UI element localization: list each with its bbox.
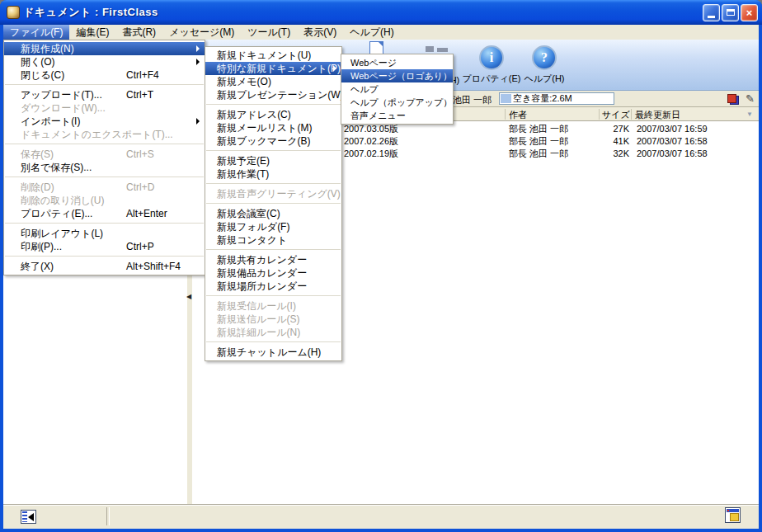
menu-item-import[interactable]: インポート(I) xyxy=(4,115,205,128)
menu-item-new-resource-calendar[interactable]: 新規備品カレンダー xyxy=(205,266,341,280)
menu-separator xyxy=(206,183,341,184)
title-bar: ドキュメント : FirstClass × xyxy=(0,0,762,25)
menu-item-new-task[interactable]: 新規作業(T) xyxy=(205,167,341,181)
menu-item-delete: 削除(D)Ctrl+D xyxy=(4,181,205,194)
column-divider[interactable] xyxy=(505,109,506,120)
menu-item-voice-menu[interactable]: 音声メニュー xyxy=(341,109,453,122)
doc-size: 27K xyxy=(586,123,629,135)
column-divider[interactable] xyxy=(631,109,632,120)
free-space-label: 空き容量:2.6M xyxy=(513,93,572,104)
doc-name: 2007.02.26版 xyxy=(344,135,398,148)
menu-item-new-bookmark[interactable]: 新規ブックマーク(B) xyxy=(205,134,341,148)
menu-separator xyxy=(5,256,204,257)
menu-file[interactable]: ファイル(F) xyxy=(3,25,69,40)
menu-separator xyxy=(5,177,204,177)
menu-item-new-shared-calendar[interactable]: 新規共有カレンダー xyxy=(205,253,341,266)
app-window: ドキュメント : FirstClass × ファイル(F) 編集(E) 書式(R… xyxy=(0,0,762,532)
menu-item-new-voice-greeting: 新規音声グリーティング(V) xyxy=(205,187,341,200)
doc-size: 32K xyxy=(586,148,629,160)
close-button[interactable]: × xyxy=(741,4,758,21)
menu-item-help-doc[interactable]: ヘルプ xyxy=(341,82,453,96)
collapse-pane-icon[interactable]: ◀ xyxy=(186,294,191,300)
doc-name: 2007.03.05版 xyxy=(344,123,398,135)
help-button[interactable]: ? ヘルプ(H) xyxy=(515,45,574,85)
menu-tools[interactable]: ツール(T) xyxy=(241,25,297,40)
layout-toggle-icon[interactable] xyxy=(725,507,741,523)
special-document-submenu: Webページ Webページ（ロゴあり） ヘルプ ヘルプ（ポップアップ） 音声メニ… xyxy=(341,54,454,125)
menu-item-new-detail-rule: 新規詳細ルール(N) xyxy=(205,326,341,339)
menu-item-new-presentation[interactable]: 新規プレゼンテーション(W) xyxy=(205,88,341,101)
doc-author: 部長 池田 一郎 xyxy=(509,148,568,160)
column-divider[interactable] xyxy=(599,109,600,120)
menu-item-properties[interactable]: プロパティ(E)...Alt+Enter xyxy=(4,207,205,220)
menu-edit[interactable]: 編集(E) xyxy=(69,25,115,40)
status-bar xyxy=(3,504,759,529)
app-icon xyxy=(7,6,20,19)
menu-item-new-mail-list[interactable]: 新規メールリスト(M) xyxy=(205,121,341,134)
submenu-arrow-icon xyxy=(196,118,200,125)
new-submenu: 新規ドキュメント(U) 特別な新規ドキュメント(P) 新規メモ(O) 新規プレゼ… xyxy=(205,46,342,361)
menu-item-new-folder[interactable]: 新規フォルダ(F) xyxy=(205,220,341,233)
menu-separator xyxy=(206,249,341,250)
menu-separator xyxy=(5,144,204,144)
menu-item-new-chat-room[interactable]: 新規チャットルーム(H) xyxy=(205,346,341,359)
menu-item-close[interactable]: 閉じる(C)Ctrl+F4 xyxy=(4,68,205,82)
sort-arrow-icon[interactable]: ▼ xyxy=(746,111,753,118)
menu-item-new-receive-rule: 新規受信ルール(I) xyxy=(205,299,341,313)
free-space-field: 空き容量:2.6M xyxy=(499,92,614,105)
doc-modified: 2007/03/07 16:58 xyxy=(637,135,708,148)
menu-item-new-contact[interactable]: 新規コンタクト xyxy=(205,233,341,247)
menu-item-undelete: 削除の取り消し(U) xyxy=(4,194,205,207)
menu-item-print-layout[interactable]: 印刷レイアウト(L) xyxy=(4,227,205,240)
menu-item-help-popup[interactable]: ヘルプ（ポップアップ） xyxy=(341,96,453,109)
info-icon: i xyxy=(479,45,504,70)
menu-item-new[interactable]: 新規作成(N) xyxy=(4,42,205,55)
menu-format[interactable]: 書式(R) xyxy=(115,25,162,40)
menu-item-new-document[interactable]: 新規ドキュメント(U) xyxy=(205,49,341,62)
menu-item-web-page-with-logo[interactable]: Webページ（ロゴあり） xyxy=(341,69,453,82)
menu-separator xyxy=(206,150,341,151)
menu-separator xyxy=(206,104,341,105)
doc-author: 部長 池田 一郎 xyxy=(509,135,568,148)
menu-separator xyxy=(5,84,204,85)
menu-item-special-new-document[interactable]: 特別な新規ドキュメント(P) xyxy=(205,62,341,75)
maximize-button[interactable] xyxy=(722,4,739,21)
menu-item-print[interactable]: 印刷(P)...Ctrl+P xyxy=(4,240,205,253)
menu-bar: ファイル(F) 編集(E) 書式(R) メッセージ(M) ツール(T) 表示(V… xyxy=(3,25,759,40)
doc-modified: 2007/03/07 16:58 xyxy=(637,148,708,160)
menu-item-new-address[interactable]: 新規アドレス(C) xyxy=(205,108,341,121)
menu-item-new-memo[interactable]: 新規メモ(O) xyxy=(205,75,341,88)
file-menu: 新規作成(N) 開く(O) 閉じる(C)Ctrl+F4 アップロード(T)...… xyxy=(3,40,205,275)
free-space-chip xyxy=(501,94,511,103)
layers-icon[interactable] xyxy=(727,94,739,105)
window-title: ドキュメント : FirstClass xyxy=(23,5,158,20)
doc-author: 部長 池田 一郎 xyxy=(509,123,568,135)
menu-item-open[interactable]: 開く(O) xyxy=(4,55,205,68)
question-icon: ? xyxy=(532,45,557,70)
menu-item-save: 保存(S)Ctrl+S xyxy=(4,148,205,161)
menu-help[interactable]: ヘルプ(H) xyxy=(343,25,401,40)
submenu-arrow-icon xyxy=(333,65,336,72)
column-header-modified[interactable]: 最終更新日 xyxy=(635,109,680,121)
menu-item-exit[interactable]: 終了(X)Alt+Shift+F4 xyxy=(4,260,205,273)
doc-name: 2007.02.19版 xyxy=(344,148,398,160)
column-header-author[interactable]: 作者 xyxy=(509,109,527,121)
help-label: ヘルプ(H) xyxy=(515,73,574,85)
window-controls: × xyxy=(701,4,758,21)
doc-modified: 2007/03/07 16:59 xyxy=(637,123,708,135)
menu-item-new-conference[interactable]: 新規会議室(C) xyxy=(205,207,341,220)
menu-item-new-location-calendar[interactable]: 新規場所カレンダー xyxy=(205,280,341,293)
edit-pencil-icon[interactable]: ✎ xyxy=(746,92,755,105)
view-toggle-icon[interactable] xyxy=(21,510,36,524)
menu-message[interactable]: メッセージ(M) xyxy=(162,25,241,40)
column-header-size[interactable]: サイズ xyxy=(602,109,630,121)
menu-view[interactable]: 表示(V) xyxy=(297,25,343,40)
menu-item-save-as[interactable]: 別名で保存(S)... xyxy=(4,161,205,174)
minimize-button[interactable] xyxy=(703,4,720,21)
doc-size: 41K xyxy=(586,135,629,148)
menu-item-web-page[interactable]: Webページ xyxy=(341,56,453,69)
menu-item-upload[interactable]: アップロード(T)...Ctrl+T xyxy=(4,88,205,101)
submenu-arrow-icon xyxy=(196,45,200,52)
menu-separator xyxy=(5,223,204,224)
menu-item-new-event[interactable]: 新規予定(E) xyxy=(205,154,341,167)
